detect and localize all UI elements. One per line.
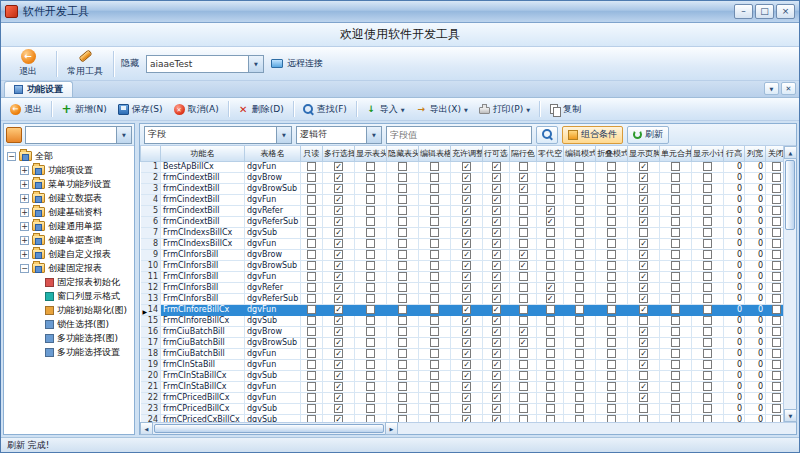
checkbox[interactable] [671, 415, 680, 423]
checkbox[interactable] [462, 360, 471, 369]
checkbox[interactable] [671, 261, 680, 270]
checkbox[interactable] [492, 305, 501, 314]
checkbox[interactable] [639, 239, 648, 248]
column-header[interactable]: 显示小计 [692, 146, 724, 161]
checkbox[interactable] [546, 415, 555, 423]
checkbox[interactable] [575, 404, 584, 413]
checkbox[interactable] [430, 294, 439, 303]
tree-item[interactable]: 功能项设置 [7, 163, 134, 177]
checkbox[interactable] [366, 415, 375, 423]
checkbox[interactable] [366, 272, 375, 281]
checkbox[interactable] [546, 349, 555, 358]
remote-connect-link[interactable]: 远程连接 [271, 57, 323, 70]
checkbox[interactable] [772, 162, 781, 171]
checkbox[interactable] [462, 272, 471, 281]
tree-item[interactable]: 创建立数据表 [7, 191, 134, 205]
checkbox[interactable] [430, 250, 439, 259]
checkbox[interactable] [703, 382, 712, 391]
checkbox[interactable] [671, 228, 680, 237]
checkbox[interactable] [366, 261, 375, 270]
checkbox[interactable] [492, 217, 501, 226]
tree-item[interactable]: 窗口列显示格式 [7, 289, 134, 303]
checkbox[interactable] [334, 349, 343, 358]
table-row[interactable]: 5frmCindextBilldgvRefer00 [141, 205, 784, 216]
expand-icon[interactable] [20, 166, 29, 175]
checkbox[interactable] [430, 360, 439, 369]
column-header[interactable]: 功能名 [161, 146, 245, 161]
checkbox[interactable] [334, 173, 343, 182]
tree-item[interactable]: 菜单功能列设置 [7, 177, 134, 191]
checkbox[interactable] [492, 261, 501, 270]
checkbox[interactable] [639, 162, 648, 171]
checkbox[interactable] [671, 382, 680, 391]
checkbox[interactable] [307, 294, 316, 303]
table-row[interactable]: 16frmCiuBatchBilldgvBrow00 [141, 326, 784, 337]
checkbox[interactable] [772, 228, 781, 237]
chevron-down-icon[interactable] [366, 127, 381, 143]
checkbox[interactable] [772, 360, 781, 369]
checkbox[interactable] [307, 316, 316, 325]
checkbox[interactable] [772, 349, 781, 358]
checkbox[interactable] [366, 184, 375, 193]
delete-button[interactable]: 删除(D) [233, 101, 289, 118]
checkbox[interactable] [398, 195, 407, 204]
checkbox[interactable] [307, 261, 316, 270]
table-row[interactable]: 4frmCindextBilldgvFun00 [141, 194, 784, 205]
checkbox[interactable] [398, 393, 407, 402]
checkbox[interactable] [703, 305, 712, 314]
checkbox[interactable] [398, 272, 407, 281]
checkbox[interactable] [398, 415, 407, 423]
checkbox[interactable] [334, 195, 343, 204]
checkbox[interactable] [307, 338, 316, 347]
checkbox[interactable] [519, 217, 528, 226]
checkbox[interactable] [772, 239, 781, 248]
checkbox[interactable] [462, 250, 471, 259]
checkbox[interactable] [462, 239, 471, 248]
checkbox[interactable] [772, 338, 781, 347]
checkbox[interactable] [519, 316, 528, 325]
checkbox[interactable] [462, 184, 471, 193]
checkbox[interactable] [639, 272, 648, 281]
checkbox[interactable] [671, 404, 680, 413]
checkbox[interactable] [639, 250, 648, 259]
checkbox[interactable] [366, 294, 375, 303]
checkbox[interactable] [462, 206, 471, 215]
column-header[interactable]: 零代空 [537, 146, 564, 161]
checkbox[interactable] [519, 305, 528, 314]
checkbox[interactable] [462, 217, 471, 226]
checkbox[interactable] [575, 327, 584, 336]
table-row[interactable]: 1BestApBillCxdgvFun00 [141, 161, 784, 172]
checkbox[interactable] [462, 382, 471, 391]
table-row[interactable]: 2frmCindextBilldgvBrow00 [141, 172, 784, 183]
checkbox[interactable] [492, 316, 501, 325]
checkbox[interactable] [307, 393, 316, 402]
checkbox[interactable] [430, 272, 439, 281]
checkbox[interactable] [671, 283, 680, 292]
checkbox[interactable] [639, 349, 648, 358]
tree-item[interactable]: 固定报表初始化 [7, 275, 134, 289]
field-value-input[interactable] [386, 126, 532, 144]
checkbox[interactable] [703, 228, 712, 237]
checkbox[interactable] [703, 272, 712, 281]
checkbox[interactable] [430, 338, 439, 347]
checkbox[interactable] [575, 184, 584, 193]
checkbox[interactable] [398, 228, 407, 237]
checkbox[interactable] [671, 217, 680, 226]
checkbox[interactable] [703, 184, 712, 193]
checkbox[interactable] [492, 162, 501, 171]
checkbox[interactable] [334, 327, 343, 336]
checkbox[interactable] [772, 261, 781, 270]
table-row[interactable]: 15FrmCInforeBillCxdgvSub00 [141, 315, 784, 326]
checkbox[interactable] [575, 349, 584, 358]
checkbox[interactable] [703, 283, 712, 292]
tree-item[interactable]: 锁住选择(图) [7, 317, 134, 331]
expand-icon[interactable] [20, 250, 29, 259]
checkbox[interactable] [575, 173, 584, 182]
checkbox[interactable] [519, 195, 528, 204]
checkbox[interactable] [334, 316, 343, 325]
checkbox[interactable] [671, 393, 680, 402]
collapse-icon[interactable] [20, 264, 29, 273]
chevron-down-icon[interactable] [116, 127, 131, 143]
checkbox[interactable] [492, 239, 501, 248]
checkbox[interactable] [519, 272, 528, 281]
